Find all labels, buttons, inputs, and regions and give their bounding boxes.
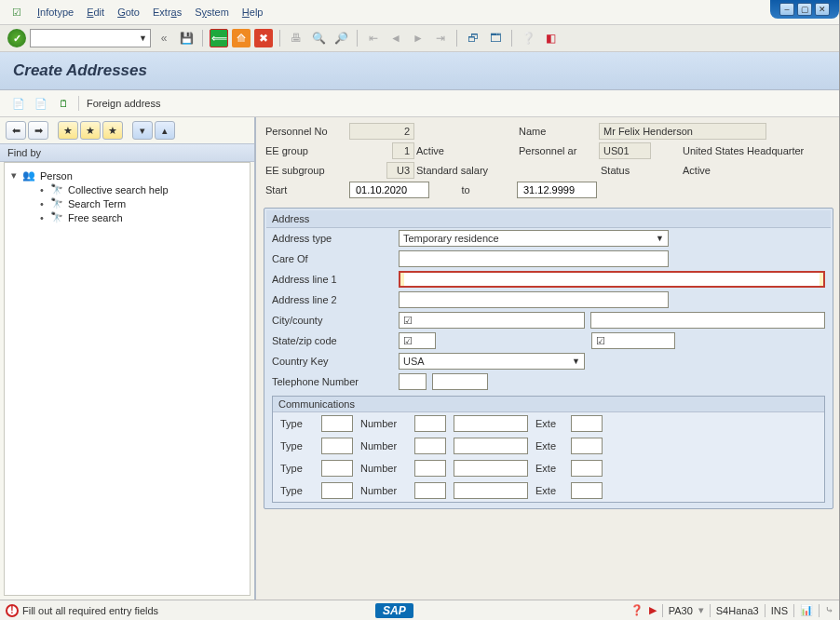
favorite-remove-icon[interactable]: ★ <box>102 121 123 140</box>
chevron-down-icon: ▼ <box>572 357 580 366</box>
separator <box>78 96 79 111</box>
menu-infotype[interactable]: IInfotypenfotype <box>37 7 74 18</box>
input-comm-ext[interactable] <box>571 415 603 432</box>
binoculars-icon: 🔭 <box>49 211 64 223</box>
status-tray-icon[interactable]: ⤷ <box>825 604 833 616</box>
input-comm-number-b[interactable] <box>454 415 528 432</box>
label-comm-type: Type <box>280 418 314 429</box>
layout-icon[interactable]: ◧ <box>541 29 560 47</box>
separator <box>357 30 358 47</box>
input-comm-number-a[interactable] <box>414 460 446 477</box>
expand-all-icon[interactable]: ▾ <box>132 121 153 140</box>
collapse-icon[interactable]: ▾ <box>10 169 18 182</box>
required-check-icon: ☑ <box>403 335 413 347</box>
input-comm-type[interactable] <box>321 415 353 432</box>
separator <box>202 30 203 47</box>
find-by-header: Find by <box>0 143 254 162</box>
tree-node-search-term[interactable]: • 🔭 Search Term <box>10 196 244 210</box>
cancel-icon[interactable]: ✖ <box>254 29 273 47</box>
maximize-button[interactable]: ▢ <box>797 3 812 16</box>
menubar: ☑ IInfotypenfotype EditEdit GotoGoto Ext… <box>0 0 839 25</box>
favorite-add-icon[interactable]: ★ <box>58 121 78 140</box>
input-comm-number-b[interactable] <box>454 482 528 499</box>
history-back-icon[interactable]: « <box>155 29 173 47</box>
input-comm-ext[interactable] <box>571 438 603 454</box>
input-comm-number-a[interactable] <box>414 482 446 499</box>
separator <box>511 30 512 47</box>
text-ee-group: Active <box>414 143 517 158</box>
prev-page-icon: ◄ <box>386 29 405 47</box>
input-state[interactable]: ☑ <box>399 332 436 349</box>
help-status-icon[interactable]: ❓ <box>630 604 644 616</box>
input-comm-number-b[interactable] <box>454 460 528 477</box>
separator <box>279 30 280 47</box>
exit-icon[interactable]: ⟰ <box>232 29 251 47</box>
select-value: USA <box>403 356 425 367</box>
label-city-county: City/county <box>272 315 393 326</box>
menu-help[interactable]: HelpHelp <box>242 7 264 18</box>
input-telephone-prefix[interactable] <box>399 373 427 390</box>
nav-right-icon[interactable]: ➡ <box>28 121 48 140</box>
menu-edit[interactable]: EditEdit <box>87 7 104 18</box>
input-end-date[interactable] <box>517 182 597 198</box>
doc-new-icon[interactable]: 📄 <box>11 96 26 111</box>
find-icon[interactable]: 🔍 <box>309 29 328 47</box>
find-next-icon[interactable]: 🔎 <box>332 29 350 47</box>
input-comm-type[interactable] <box>321 438 353 454</box>
input-comm-type[interactable] <box>321 482 353 499</box>
input-county[interactable] <box>590 312 825 329</box>
select-country[interactable]: USA ▼ <box>399 353 585 370</box>
status-chart-icon[interactable]: 📊 <box>800 604 813 616</box>
input-care-of[interactable] <box>399 250 669 267</box>
input-address-line-1[interactable] <box>399 271 825 288</box>
required-check-icon: ☑ <box>596 335 605 347</box>
comm-row: Type Number Exte <box>273 435 824 457</box>
status-message: Fill out all required entry fields <box>22 605 158 616</box>
search-tree: ▾ 👥 Person • 🔭 Collective search help • … <box>4 162 251 596</box>
input-comm-number-a[interactable] <box>414 438 446 454</box>
field-ee-subgroup: U3 <box>386 162 414 179</box>
select-address-type[interactable]: Temporary residence ▼ <box>399 230 669 247</box>
collapse-all-icon[interactable]: ▴ <box>155 121 175 140</box>
foreign-address-button[interactable]: Foreign address <box>87 98 161 109</box>
input-comm-type[interactable] <box>321 460 353 477</box>
nav-status-icon[interactable]: ▶ <box>649 604 657 616</box>
label-status: Status <box>599 163 681 178</box>
help-icon[interactable]: ❔ <box>519 29 537 47</box>
input-address-line-2[interactable] <box>399 291 669 308</box>
label-telephone: Telephone Number <box>272 376 393 387</box>
menu-system[interactable]: SystemSystem <box>195 7 229 18</box>
minimize-button[interactable]: – <box>779 3 794 16</box>
nav-left-icon[interactable]: ⬅ <box>6 121 26 140</box>
tree-node-person[interactable]: ▾ 👥 Person <box>10 168 244 182</box>
close-window-button[interactable]: ✕ <box>815 3 830 16</box>
input-zip[interactable]: ☑ <box>591 332 675 349</box>
input-city[interactable]: ☑ <box>399 312 585 329</box>
shortcut-icon[interactable]: 🗔 <box>486 29 505 47</box>
command-field[interactable]: ▼ <box>30 29 151 47</box>
next-page-icon: ► <box>409 29 427 47</box>
input-comm-ext[interactable] <box>571 460 603 477</box>
menu-goto[interactable]: GotoGoto <box>117 7 140 18</box>
separator <box>456 30 457 47</box>
tree-node-free-search[interactable]: • 🔭 Free search <box>10 210 244 224</box>
required-check-icon: ☑ <box>403 315 413 327</box>
sap-logo: SAP <box>375 603 413 618</box>
back-icon[interactable]: ⟸ <box>210 29 228 47</box>
tree-node-collective-search[interactable]: • 🔭 Collective search help <box>10 182 244 196</box>
enter-button[interactable]: ✓ <box>7 29 26 47</box>
overview-icon[interactable]: 🗒 <box>56 96 71 111</box>
label-address-type: Address type <box>272 233 393 244</box>
menu-lead-icon[interactable]: ☑ <box>9 6 24 19</box>
input-telephone-number[interactable] <box>432 373 488 390</box>
input-comm-ext[interactable] <box>571 482 603 499</box>
new-session-icon[interactable]: 🗗 <box>464 29 482 47</box>
favorite-icon[interactable]: ★ <box>80 121 101 140</box>
input-comm-number-b[interactable] <box>454 438 528 454</box>
doc-copy-icon[interactable]: 📄 <box>34 96 48 111</box>
input-comm-number-a[interactable] <box>414 415 446 432</box>
toolbar: ✓ ▼ « 💾 ⟸ ⟰ ✖ 🖶 🔍 🔎 ⇤ ◄ ► ⇥ 🗗 🗔 ❔ ◧ <box>0 25 839 52</box>
save-icon[interactable]: 💾 <box>177 29 196 47</box>
menu-extras[interactable]: ExtrasExtras <box>153 7 182 18</box>
text-status: Active <box>681 163 833 178</box>
